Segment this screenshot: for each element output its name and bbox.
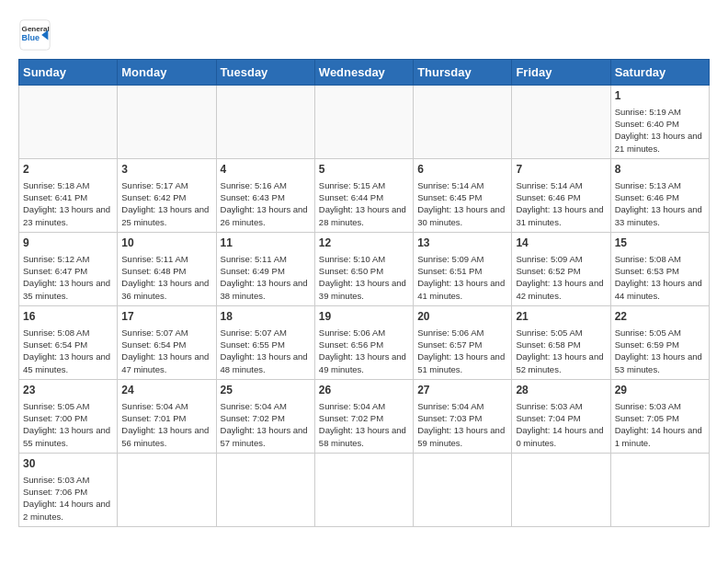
day-info: Sunrise: 5:05 AMSunset: 6:58 PMDaylight:… <box>516 327 603 374</box>
day-info: Sunrise: 5:14 AMSunset: 6:46 PMDaylight:… <box>516 180 603 227</box>
calendar-cell <box>414 454 512 527</box>
calendar-cell: 6Sunrise: 5:14 AMSunset: 6:45 PMDaylight… <box>414 159 512 233</box>
calendar-cell: 7Sunrise: 5:14 AMSunset: 6:46 PMDaylight… <box>512 159 610 233</box>
day-info: Sunrise: 5:05 AMSunset: 7:00 PMDaylight:… <box>23 401 110 448</box>
day-number: 10 <box>121 236 211 251</box>
calendar-cell: 27Sunrise: 5:04 AMSunset: 7:03 PMDayligh… <box>414 380 512 454</box>
day-info: Sunrise: 5:03 AMSunset: 7:05 PMDaylight:… <box>615 401 702 448</box>
calendar-cell: 19Sunrise: 5:06 AMSunset: 6:56 PMDayligh… <box>314 306 413 380</box>
day-number: 16 <box>23 309 113 325</box>
day-info: Sunrise: 5:10 AMSunset: 6:50 PMDaylight:… <box>319 254 406 301</box>
day-number: 18 <box>221 309 311 325</box>
day-info: Sunrise: 5:03 AMSunset: 7:04 PMDaylight:… <box>516 401 603 448</box>
day-info: Sunrise: 5:11 AMSunset: 6:49 PMDaylight:… <box>221 254 308 301</box>
day-number: 26 <box>319 383 409 398</box>
day-info: Sunrise: 5:17 AMSunset: 6:42 PMDaylight:… <box>121 180 209 227</box>
header: General Blue <box>18 18 710 52</box>
day-number: 5 <box>319 162 409 178</box>
day-number: 15 <box>615 236 705 251</box>
calendar-cell: 3Sunrise: 5:17 AMSunset: 6:42 PMDaylight… <box>118 159 216 233</box>
day-number: 7 <box>516 162 606 178</box>
day-number: 11 <box>221 236 311 251</box>
week-row-5: 23Sunrise: 5:05 AMSunset: 7:00 PMDayligh… <box>19 380 710 454</box>
day-number: 6 <box>417 162 507 178</box>
calendar-cell: 4Sunrise: 5:16 AMSunset: 6:43 PMDaylight… <box>216 159 314 233</box>
calendar-cell: 21Sunrise: 5:05 AMSunset: 6:58 PMDayligh… <box>512 306 610 380</box>
calendar-cell: 25Sunrise: 5:04 AMSunset: 7:02 PMDayligh… <box>216 380 314 454</box>
calendar-cell <box>414 86 512 159</box>
day-info: Sunrise: 5:04 AMSunset: 7:02 PMDaylight:… <box>319 401 406 448</box>
weekday-header-thursday: Thursday <box>414 60 512 86</box>
calendar-cell <box>118 86 216 159</box>
day-number: 24 <box>121 383 211 398</box>
day-number: 2 <box>23 162 113 178</box>
calendar-cell: 30Sunrise: 5:03 AMSunset: 7:06 PMDayligh… <box>19 454 118 527</box>
day-number: 30 <box>23 456 113 472</box>
day-info: Sunrise: 5:05 AMSunset: 6:59 PMDaylight:… <box>615 327 702 374</box>
day-number: 20 <box>417 309 507 325</box>
calendar-cell: 14Sunrise: 5:09 AMSunset: 6:52 PMDayligh… <box>512 233 610 306</box>
week-row-1: 1Sunrise: 5:19 AMSunset: 6:40 PMDaylight… <box>19 86 710 159</box>
day-number: 12 <box>319 236 409 251</box>
day-number: 8 <box>615 162 705 178</box>
day-number: 22 <box>615 309 705 325</box>
week-row-6: 30Sunrise: 5:03 AMSunset: 7:06 PMDayligh… <box>19 454 710 527</box>
weekday-header-row: SundayMondayTuesdayWednesdayThursdayFrid… <box>19 60 710 86</box>
weekday-header-sunday: Sunday <box>19 60 118 86</box>
calendar-cell <box>610 454 709 527</box>
calendar-cell: 24Sunrise: 5:04 AMSunset: 7:01 PMDayligh… <box>118 380 216 454</box>
day-info: Sunrise: 5:15 AMSunset: 6:44 PMDaylight:… <box>319 180 406 227</box>
calendar-cell <box>216 454 314 527</box>
day-info: Sunrise: 5:04 AMSunset: 7:02 PMDaylight:… <box>221 401 308 448</box>
logo: General Blue <box>18 18 51 52</box>
day-info: Sunrise: 5:07 AMSunset: 6:54 PMDaylight:… <box>121 327 209 374</box>
calendar-cell: 26Sunrise: 5:04 AMSunset: 7:02 PMDayligh… <box>314 380 413 454</box>
day-info: Sunrise: 5:19 AMSunset: 6:40 PMDaylight:… <box>615 107 702 154</box>
day-info: Sunrise: 5:13 AMSunset: 6:46 PMDaylight:… <box>615 180 702 227</box>
calendar-cell: 16Sunrise: 5:08 AMSunset: 6:54 PMDayligh… <box>19 306 118 380</box>
calendar-cell: 29Sunrise: 5:03 AMSunset: 7:05 PMDayligh… <box>610 380 709 454</box>
calendar-cell: 10Sunrise: 5:11 AMSunset: 6:48 PMDayligh… <box>118 233 216 306</box>
calendar-cell: 20Sunrise: 5:06 AMSunset: 6:57 PMDayligh… <box>414 306 512 380</box>
calendar-cell <box>512 86 610 159</box>
day-info: Sunrise: 5:07 AMSunset: 6:55 PMDaylight:… <box>221 327 308 374</box>
day-info: Sunrise: 5:09 AMSunset: 6:51 PMDaylight:… <box>417 254 505 301</box>
day-number: 25 <box>221 383 311 398</box>
day-number: 19 <box>319 309 409 325</box>
day-info: Sunrise: 5:11 AMSunset: 6:48 PMDaylight:… <box>121 254 209 301</box>
weekday-header-wednesday: Wednesday <box>314 60 413 86</box>
day-number: 3 <box>121 162 211 178</box>
calendar-cell: 2Sunrise: 5:18 AMSunset: 6:41 PMDaylight… <box>19 159 118 233</box>
calendar-cell: 1Sunrise: 5:19 AMSunset: 6:40 PMDaylight… <box>610 86 709 159</box>
calendar-cell <box>216 86 314 159</box>
week-row-4: 16Sunrise: 5:08 AMSunset: 6:54 PMDayligh… <box>19 306 710 380</box>
calendar-cell: 8Sunrise: 5:13 AMSunset: 6:46 PMDaylight… <box>610 159 709 233</box>
day-info: Sunrise: 5:16 AMSunset: 6:43 PMDaylight:… <box>221 180 308 227</box>
calendar-cell <box>314 86 413 159</box>
calendar-cell <box>512 454 610 527</box>
day-number: 17 <box>121 309 211 325</box>
weekday-header-tuesday: Tuesday <box>216 60 314 86</box>
calendar-cell <box>118 454 216 527</box>
calendar-cell: 17Sunrise: 5:07 AMSunset: 6:54 PMDayligh… <box>118 306 216 380</box>
day-info: Sunrise: 5:04 AMSunset: 7:03 PMDaylight:… <box>417 401 505 448</box>
day-info: Sunrise: 5:03 AMSunset: 7:06 PMDaylight:… <box>23 475 110 522</box>
calendar-cell <box>314 454 413 527</box>
week-row-2: 2Sunrise: 5:18 AMSunset: 6:41 PMDaylight… <box>19 159 710 233</box>
day-number: 4 <box>221 162 311 178</box>
day-info: Sunrise: 5:06 AMSunset: 6:57 PMDaylight:… <box>417 327 505 374</box>
day-info: Sunrise: 5:04 AMSunset: 7:01 PMDaylight:… <box>121 401 209 448</box>
day-info: Sunrise: 5:09 AMSunset: 6:52 PMDaylight:… <box>516 254 603 301</box>
svg-text:Blue: Blue <box>22 33 40 42</box>
day-number: 13 <box>417 236 507 251</box>
weekday-header-friday: Friday <box>512 60 610 86</box>
day-number: 29 <box>615 383 705 398</box>
day-info: Sunrise: 5:14 AMSunset: 6:45 PMDaylight:… <box>417 180 505 227</box>
calendar-cell <box>19 86 118 159</box>
day-number: 21 <box>516 309 606 325</box>
day-number: 23 <box>23 383 113 398</box>
day-number: 1 <box>615 88 705 104</box>
calendar-cell: 18Sunrise: 5:07 AMSunset: 6:55 PMDayligh… <box>216 306 314 380</box>
calendar-cell: 11Sunrise: 5:11 AMSunset: 6:49 PMDayligh… <box>216 233 314 306</box>
weekday-header-saturday: Saturday <box>610 60 709 86</box>
